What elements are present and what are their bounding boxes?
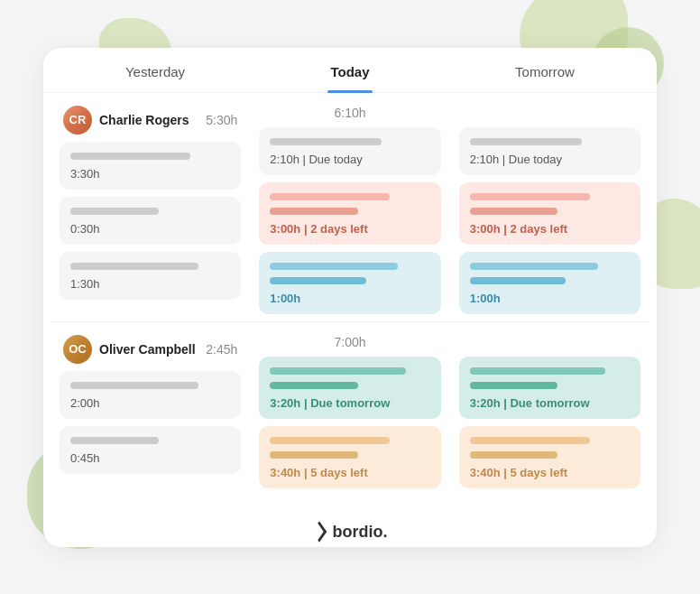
task-time: 3:00h | 2 days left bbox=[470, 222, 630, 236]
task-time: 2:10h | Due today bbox=[470, 153, 630, 166]
task-bar bbox=[70, 208, 159, 215]
task-bar-2 bbox=[470, 382, 558, 389]
task-bar bbox=[470, 437, 590, 444]
task-card[interactable]: 1:00h bbox=[259, 252, 440, 314]
task-card[interactable]: 2:10h | Due today bbox=[259, 127, 440, 175]
task-card[interactable]: 3:00h | 2 days left bbox=[259, 182, 440, 245]
chevron-icon bbox=[311, 521, 326, 542]
task-card[interactable]: 1:00h bbox=[459, 252, 640, 314]
oliver-hours-yesterday: 2:45h bbox=[206, 342, 237, 357]
person-header-oliver: OC Oliver Campbell 2:45h bbox=[60, 322, 241, 371]
task-bar bbox=[70, 382, 198, 389]
task-time: 3:20h | Due tomorrow bbox=[270, 396, 429, 410]
oliver-hours-today: 7:00h bbox=[259, 322, 440, 357]
task-bar bbox=[270, 193, 390, 200]
col-yesterday-charlie: CR Charlie Rogers 5:30h 3:30h 0:30h 1:30… bbox=[51, 93, 250, 321]
task-bar bbox=[70, 437, 159, 444]
task-bar-2 bbox=[270, 451, 358, 459]
task-time: 3:40h | 5 days left bbox=[270, 466, 429, 479]
task-time: 0:45h bbox=[70, 451, 230, 465]
col-tomorrow-oliver: 3:20h | Due tomorrow 3:40h | 5 days left bbox=[450, 321, 649, 496]
person-header-charlie: CR Charlie Rogers 5:30h bbox=[60, 93, 241, 142]
task-bar bbox=[70, 263, 198, 270]
task-time: 0:30h bbox=[70, 222, 230, 236]
task-card[interactable]: 3:40h | 5 days left bbox=[459, 426, 640, 488]
avatar-charlie: CR bbox=[63, 106, 92, 135]
task-card[interactable]: 3:00h | 2 days left bbox=[459, 182, 640, 245]
task-card[interactable]: 0:30h bbox=[60, 197, 241, 245]
col-header-today-label: Today bbox=[330, 64, 369, 79]
task-time: 3:00h | 2 days left bbox=[270, 222, 429, 236]
col-header-today[interactable]: Today bbox=[253, 48, 447, 92]
col-tomorrow-charlie: 2:10h | Due today 3:00h | 2 days left 1:… bbox=[450, 93, 649, 321]
task-time: 1:00h bbox=[470, 292, 630, 305]
col-today-oliver: 7:00h 3:20h | Due tomorrow 3:40h | 5 day… bbox=[250, 321, 449, 496]
content-grid: CR Charlie Rogers 5:30h 3:30h 0:30h 1:30… bbox=[43, 93, 657, 510]
task-card[interactable]: 3:30h bbox=[60, 142, 241, 190]
task-bar bbox=[270, 263, 398, 270]
task-bar-2 bbox=[470, 277, 566, 284]
column-headers: Yesterday Today Tomorrow bbox=[43, 48, 657, 93]
task-bar bbox=[470, 193, 590, 200]
col-yesterday-oliver: OC Oliver Campbell 2:45h 2:00h 0:45h bbox=[51, 321, 250, 496]
charlie-name: Charlie Rogers bbox=[99, 113, 189, 127]
task-bar-2 bbox=[470, 208, 558, 215]
main-card: Yesterday Today Tomorrow CR Charlie Roge… bbox=[43, 48, 657, 547]
task-bar-2 bbox=[270, 277, 365, 284]
task-bar bbox=[270, 367, 406, 375]
col-header-tomorrow[interactable]: Tomorrow bbox=[447, 48, 642, 92]
task-bar bbox=[470, 263, 598, 270]
task-card[interactable]: 0:45h bbox=[60, 426, 241, 474]
task-card[interactable]: 2:00h bbox=[60, 371, 241, 419]
task-time: 1:30h bbox=[70, 277, 230, 291]
task-time: 2:10h | Due today bbox=[270, 153, 429, 166]
brand-name: bordio. bbox=[333, 523, 388, 542]
task-bar bbox=[470, 138, 582, 145]
task-time: 3:30h bbox=[70, 167, 230, 181]
col-today-charlie: 6:10h 2:10h | Due today 3:00h | 2 days l… bbox=[250, 93, 449, 321]
oliver-hours-tomorrow bbox=[459, 322, 640, 357]
col-header-tomorrow-label: Tomorrow bbox=[515, 64, 575, 79]
task-card[interactable]: 3:20h | Due tomorrow bbox=[459, 357, 640, 419]
task-time: 2:00h bbox=[70, 396, 230, 410]
task-bar bbox=[270, 437, 390, 444]
avatar-oliver: OC bbox=[63, 335, 92, 364]
brand-logo: bordio. bbox=[313, 523, 388, 542]
task-card[interactable]: 3:40h | 5 days left bbox=[259, 426, 440, 488]
footer: bordio. bbox=[43, 510, 657, 547]
charlie-hours-today: 6:10h bbox=[259, 93, 440, 127]
task-bar bbox=[70, 153, 190, 160]
task-bar-2 bbox=[270, 208, 358, 215]
col-header-yesterday-label: Yesterday bbox=[125, 64, 185, 79]
task-bar-2 bbox=[270, 382, 358, 389]
charlie-hours-yesterday: 5:30h bbox=[206, 113, 237, 127]
task-bar bbox=[270, 138, 382, 145]
oliver-name: Oliver Campbell bbox=[99, 342, 196, 357]
task-time: 3:20h | Due tomorrow bbox=[470, 396, 630, 410]
task-card[interactable]: 1:30h bbox=[60, 252, 241, 300]
charlie-hours-tomorrow bbox=[459, 93, 640, 127]
task-time: 3:40h | 5 days left bbox=[470, 466, 630, 479]
task-time: 1:00h bbox=[270, 292, 429, 305]
task-bar bbox=[470, 367, 606, 375]
task-card[interactable]: 2:10h | Due today bbox=[459, 127, 640, 175]
task-card[interactable]: 3:20h | Due tomorrow bbox=[259, 357, 440, 419]
task-bar-2 bbox=[470, 451, 558, 459]
col-header-yesterday[interactable]: Yesterday bbox=[58, 48, 253, 92]
